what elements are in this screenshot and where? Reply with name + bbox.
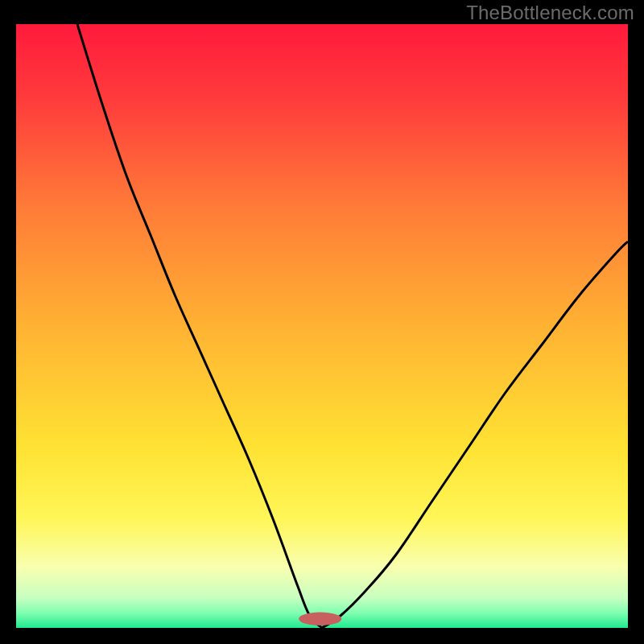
plot-area (16, 24, 628, 628)
sweet-spot-marker (299, 613, 341, 626)
bottleneck-chart (16, 24, 628, 628)
watermark-text: TheBottleneck.com (466, 2, 634, 24)
chart-frame: TheBottleneck.com (0, 0, 644, 644)
gradient-background (16, 24, 628, 628)
